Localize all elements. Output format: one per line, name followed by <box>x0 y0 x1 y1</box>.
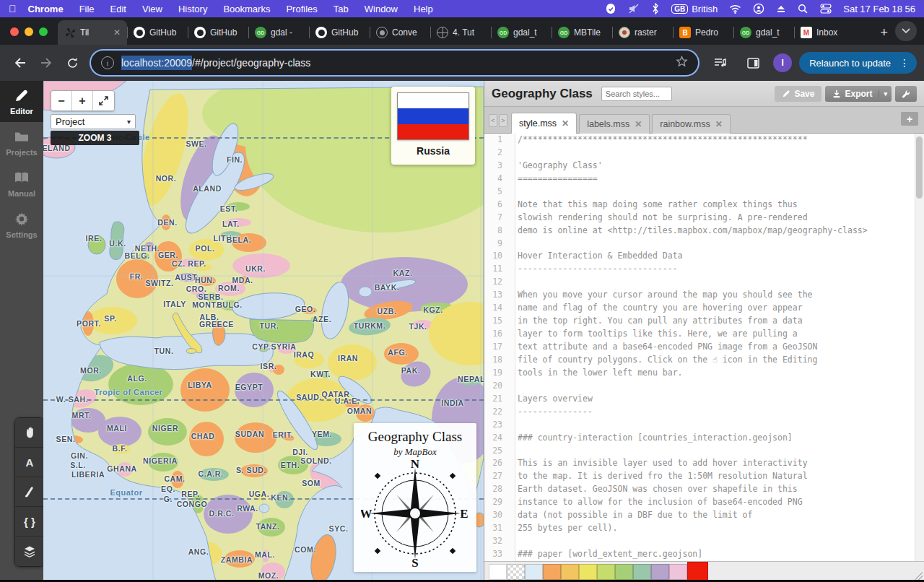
wifi-icon[interactable] <box>729 4 741 14</box>
tool-hand-button[interactable] <box>15 418 44 448</box>
sidebar-item-settings[interactable]: Settings <box>0 204 43 246</box>
line-number: 30 <box>484 509 509 522</box>
browser-tab-til[interactable]: Til✕ <box>58 20 127 45</box>
control-center-icon[interactable] <box>820 4 832 14</box>
color-swatch[interactable] <box>633 564 651 580</box>
zoom-window-button[interactable] <box>39 27 48 36</box>
close-stylesheet-icon[interactable]: ✕ <box>562 118 569 129</box>
browser-tab-gdal_t[interactable]: GDgdal_t <box>733 20 794 45</box>
add-stylesheet-button[interactable]: + <box>901 112 918 126</box>
country-label: GER. <box>158 251 178 259</box>
color-swatch[interactable] <box>687 562 708 581</box>
menu-view[interactable]: View <box>142 4 162 14</box>
browser-tab-github[interactable]: GitHub <box>309 20 370 45</box>
color-swatch[interactable] <box>489 564 507 580</box>
color-swatch[interactable] <box>507 564 525 580</box>
browser-tab-mbtile[interactable]: GDMBTile <box>552 20 612 45</box>
menu-help[interactable]: Help <box>414 4 433 14</box>
minimize-window-button[interactable] <box>25 27 33 36</box>
back-icon[interactable] <box>10 53 30 73</box>
relaunch-update-button[interactable]: Relaunch to update⋮ <box>799 52 917 74</box>
spotlight-icon[interactable] <box>798 4 808 14</box>
browser-tab-gdal-[interactable]: GDgdal - <box>248 20 309 45</box>
settings-wrench-button[interactable] <box>895 86 917 102</box>
zoom-out-button[interactable]: − <box>51 91 72 110</box>
color-swatch[interactable] <box>543 564 561 580</box>
input-source[interactable]: GBBritish <box>671 4 718 14</box>
zoom-in-button[interactable]: + <box>72 91 93 110</box>
country-label: MOR. <box>80 366 102 375</box>
menu-bookmarks[interactable]: Bookmarks <box>223 4 270 14</box>
browser-tab-4-tut[interactable]: 4. Tut <box>430 20 491 45</box>
menubar-clock[interactable]: Sat 17 Feb 18 56 <box>843 4 915 14</box>
stylesheet-tab-rainbow-mss[interactable]: rainbow.mss✕ <box>652 114 731 134</box>
map-canvas[interactable]: Arctic CircleTropic of CancerEquator ELA… <box>43 81 484 582</box>
close-stylesheet-icon[interactable]: ✕ <box>635 119 642 129</box>
close-window-button[interactable] <box>10 27 19 36</box>
save-button[interactable]: Save <box>775 86 821 102</box>
line-number: 22 <box>484 406 509 419</box>
tabs-scroll-right-button[interactable]: > <box>499 114 507 127</box>
color-swatch[interactable] <box>669 564 687 580</box>
sidebar-item-manual[interactable]: Manual <box>0 163 43 204</box>
tab-title: MBTile <box>574 27 606 38</box>
side-panel-icon[interactable] <box>743 53 763 73</box>
browser-tab-inbox[interactable]: MInbox <box>794 20 855 45</box>
stylesheet-tab-labels-mss[interactable]: labels.mss✕ <box>579 114 650 134</box>
browser-tab-github[interactable]: GitHub <box>188 20 248 45</box>
site-info-icon[interactable]: i <box>101 56 114 69</box>
browser-tab-github[interactable]: GitHub <box>127 20 188 45</box>
menu-history[interactable]: History <box>178 4 207 14</box>
fullscreen-button[interactable] <box>93 91 114 110</box>
color-swatch[interactable] <box>525 564 543 580</box>
eject-icon[interactable] <box>776 4 786 13</box>
close-tab-icon[interactable]: ✕ <box>113 27 121 38</box>
menu-window[interactable]: Window <box>365 4 398 14</box>
stylesheet-tab-style-mss[interactable]: style.mss✕ <box>511 113 577 134</box>
user-menu-icon[interactable] <box>753 3 764 14</box>
browser-tab-raster[interactable]: raster <box>612 20 673 45</box>
onepassword-icon[interactable] <box>605 3 616 14</box>
code-text <box>509 535 518 548</box>
export-button[interactable]: Export▾ <box>825 86 892 102</box>
menu-chrome[interactable]: Chrome <box>28 4 64 14</box>
editor-scrollbar[interactable] <box>915 134 924 561</box>
menu-profiles[interactable]: Profiles <box>286 4 317 14</box>
bookmark-star-icon[interactable] <box>676 56 688 70</box>
color-swatch[interactable] <box>597 564 615 580</box>
address-bar[interactable]: i localhost:20009/#/project/geography-cl… <box>91 51 698 75</box>
menu-file[interactable]: File <box>79 4 95 14</box>
menu-tab[interactable]: Tab <box>334 4 349 14</box>
tool-braces-button[interactable]: { } <box>15 507 44 537</box>
mute-icon[interactable] <box>628 3 640 14</box>
close-stylesheet-icon[interactable]: ✕ <box>715 119 723 129</box>
tool-pen-button[interactable] <box>15 477 44 507</box>
bluetooth-icon[interactable] <box>651 3 660 14</box>
export-caret-icon[interactable]: ▾ <box>879 90 887 97</box>
profile-avatar[interactable]: I <box>773 53 792 72</box>
color-swatch[interactable] <box>651 564 669 580</box>
forward-icon[interactable] <box>36 53 56 73</box>
browser-tab-gdal_t[interactable]: GDgdal_t <box>491 20 552 45</box>
search-styles-input[interactable] <box>601 87 672 101</box>
color-swatch[interactable] <box>579 564 597 580</box>
sidebar-item-projects[interactable]: Projects <box>0 122 43 163</box>
tool-layers-button[interactable] <box>15 537 44 566</box>
tab-search-button[interactable] <box>895 21 917 41</box>
code-editor[interactable]: 1/**************************************… <box>484 134 924 561</box>
sidebar-item-editor[interactable]: Editor <box>0 81 43 122</box>
browser-tab-pedro[interactable]: BPedro <box>673 20 733 45</box>
menu-edit[interactable]: Edit <box>110 4 126 14</box>
tabs-scroll-left-button[interactable]: < <box>489 114 497 127</box>
baselayer-select[interactable]: Project▾ <box>51 114 136 129</box>
color-swatch[interactable] <box>561 564 579 580</box>
tool-font-button[interactable]: A <box>15 448 44 477</box>
code-line: 33### paper [world_extent_merc.geojson] <box>484 548 924 561</box>
browser-tab-conve[interactable]: Conve <box>370 20 430 45</box>
color-swatch[interactable] <box>615 564 633 580</box>
new-tab-button[interactable]: + <box>876 25 895 45</box>
reload-icon[interactable] <box>62 53 82 73</box>
apple-menu-icon[interactable]:  <box>9 3 17 14</box>
chrome-menu-icon[interactable]: ⋮ <box>897 57 912 69</box>
media-controls-icon[interactable] <box>710 53 730 73</box>
